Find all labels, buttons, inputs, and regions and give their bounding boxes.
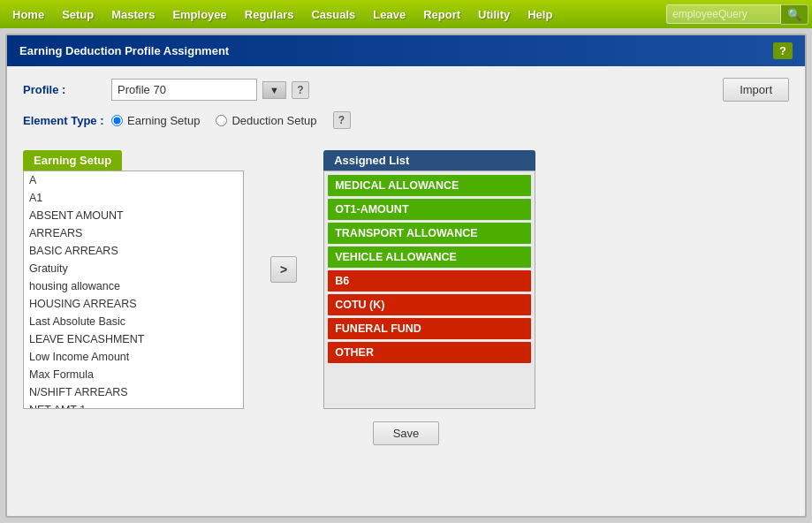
assigned-tab: Assigned List — [323, 150, 535, 171]
nav-regulars[interactable]: Regulars — [236, 3, 303, 27]
profile-help-icon[interactable]: ? — [292, 81, 309, 99]
nav-leave[interactable]: Leave — [364, 3, 414, 27]
earning-list-item[interactable]: Gratuity — [24, 260, 243, 277]
profile-row: Profile : Profile 70 ▼ ? — [23, 79, 789, 101]
earning-list-item[interactable]: NET AMT 1 — [24, 401, 243, 409]
earning-setup-panel: Earning Setup AA1ABSENT AMOUNTARREARSBAS… — [23, 150, 244, 409]
earning-list-box[interactable]: AA1ABSENT AMOUNTARREARSBASIC ARREARSGrat… — [23, 171, 244, 409]
earning-list-item[interactable]: N/SHIFT ARREARS — [24, 383, 243, 401]
earning-tab: Earning Setup — [23, 150, 122, 171]
search-input[interactable] — [666, 4, 781, 24]
panels-area: Earning Setup AA1ABSENT AMOUNTARREARSBAS… — [7, 150, 805, 409]
nav-employee[interactable]: Employee — [163, 3, 235, 27]
assigned-list-item[interactable]: MEDICAL ALLOWANCE — [328, 175, 531, 196]
profile-select[interactable]: Profile 70 — [111, 79, 257, 101]
earning-list-item[interactable]: BASIC ARREARS — [24, 242, 243, 260]
page-title: Earning Deduction Profile Assignment — [19, 44, 229, 57]
element-type-radio-group: Earning Setup Deduction Setup ? — [111, 111, 351, 129]
earning-list-item[interactable]: ABSENT AMOUNT — [24, 207, 243, 224]
nav-help[interactable]: Help — [519, 3, 561, 27]
navbar: Home Setup Masters Employee Regulars Cas… — [0, 0, 812, 28]
assigned-list-item[interactable]: COTU (K) — [328, 294, 531, 315]
search-button[interactable]: 🔍 — [781, 4, 808, 25]
profile-label: Profile : — [23, 83, 111, 96]
nav-masters[interactable]: Masters — [102, 3, 163, 27]
assigned-list-item[interactable]: B6 — [328, 270, 531, 292]
nav-report[interactable]: Report — [414, 3, 469, 27]
help-badge[interactable]: ? — [773, 42, 793, 59]
import-button[interactable]: Import — [723, 78, 789, 102]
nav-casuals[interactable]: Casuals — [302, 3, 364, 27]
earning-list-item[interactable]: Last Absolute Basic — [24, 313, 243, 330]
earning-list-item[interactable]: A1 — [24, 189, 243, 207]
earning-setup-label: Earning Setup — [127, 114, 200, 127]
earning-setup-radio-option[interactable]: Earning Setup — [111, 114, 200, 127]
earning-list-item[interactable]: ARREARS — [24, 224, 243, 242]
deduction-setup-label: Deduction Setup — [231, 114, 316, 127]
earning-list-item[interactable]: Max Formula — [24, 366, 243, 383]
nav-utility[interactable]: Utility — [469, 3, 519, 27]
earning-list-item[interactable]: A — [24, 171, 243, 189]
assigned-list-box[interactable]: MEDICAL ALLOWANCEOT1-AMOUNTTRANSPORT ALL… — [323, 171, 535, 409]
assigned-list-item[interactable]: VEHICLE ALLOWANCE — [328, 246, 531, 268]
earning-list-item[interactable]: housing allowance — [24, 277, 243, 295]
profile-select-wrap: Profile 70 ▼ ? — [111, 79, 309, 101]
earning-list-inner: AA1ABSENT AMOUNTARREARSBASIC ARREARSGrat… — [24, 171, 243, 409]
earning-list-item[interactable]: Low Income Amount — [24, 348, 243, 366]
assigned-list-item[interactable]: OTHER — [328, 342, 531, 363]
assigned-list-item[interactable]: OT1-AMOUNT — [328, 199, 531, 220]
assigned-list-panel: Assigned List MEDICAL ALLOWANCEOT1-AMOUN… — [323, 150, 535, 409]
search-area: 🔍 — [666, 4, 808, 25]
page-title-bar: Earning Deduction Profile Assignment ? — [7, 35, 805, 66]
nav-setup[interactable]: Setup — [53, 3, 102, 27]
assigned-list-item[interactable]: TRANSPORT ALLOWANCE — [328, 223, 531, 244]
save-button[interactable]: Save — [373, 421, 440, 445]
element-type-label: Element Type : — [23, 114, 111, 127]
arrow-btn-wrap: > — [270, 256, 297, 283]
assign-arrow-button[interactable]: > — [270, 256, 297, 283]
earning-setup-radio[interactable] — [111, 115, 123, 126]
earning-list-item[interactable]: LEAVE ENCASHMENT — [24, 330, 243, 348]
assigned-list-item[interactable]: FUNERAL FUND — [328, 318, 531, 339]
save-wrap: Save — [7, 421, 805, 445]
element-type-help-icon[interactable]: ? — [333, 111, 351, 129]
earning-list-item[interactable]: HOUSING ARREARS — [24, 295, 243, 313]
deduction-setup-radio-option[interactable]: Deduction Setup — [216, 114, 316, 127]
form-area: Profile : Profile 70 ▼ ? Element Type : … — [7, 66, 805, 148]
nav-home[interactable]: Home — [4, 3, 53, 27]
profile-dropdown-btn[interactable]: ▼ — [262, 81, 286, 99]
main-area: Earning Deduction Profile Assignment ? I… — [5, 34, 807, 518]
element-type-row: Element Type : Earning Setup Deduction S… — [23, 111, 789, 129]
deduction-setup-radio[interactable] — [216, 115, 227, 126]
